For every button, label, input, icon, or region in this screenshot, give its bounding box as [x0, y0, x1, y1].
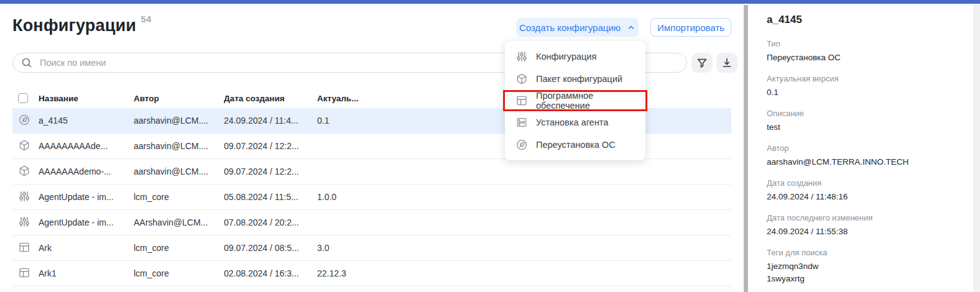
details-field-label: Тип: [767, 39, 966, 48]
page-title: Конфигурации54: [12, 16, 151, 35]
row-version-cell: 0.1: [317, 116, 373, 125]
row-created-cell: 09.07.2024 / 08:5...: [224, 243, 317, 253]
row-type-cell: [12, 241, 39, 255]
menu-item-software[interactable]: Программное обеспечение: [503, 90, 647, 111]
sliders-icon: [18, 190, 30, 203]
details-field-label: Теги для поиска: [767, 248, 966, 257]
details-field-value: 24.09.2024 / 11:48:16: [767, 191, 966, 204]
table-row[interactable]: AAAAAAAdemo-...aarshavin@LCM....09.07.20…: [12, 159, 731, 185]
create-configuration-label: Создать конфигурацию: [519, 22, 621, 33]
row-author-cell: aarshavin@LCM....: [134, 141, 224, 151]
import-label: Импортировать: [657, 22, 724, 33]
table-row[interactable]: Ark1lcm_core02.08.2024 / 16:3...22.12.3: [12, 261, 731, 286]
row-author-cell: aarshavin@LCM....: [134, 167, 224, 176]
column-header-name[interactable]: Название: [39, 94, 134, 103]
row-author-cell: aarshavin@LCM....: [134, 116, 224, 125]
details-field: Описаниеtest: [767, 109, 966, 134]
row-created-cell: 24.09.2024 / 11:4...: [224, 116, 317, 125]
software-icon: [18, 241, 30, 253]
search-icon: [21, 57, 33, 69]
column-header-author[interactable]: Автор: [134, 94, 224, 103]
filter-button[interactable]: [691, 53, 713, 73]
details-field: Дата создания24.09.2024 / 11:48:16: [767, 178, 966, 204]
select-all-cell: [12, 93, 39, 103]
details-field-label: Автор: [767, 144, 966, 153]
row-created-cell: 07.08.2024 / 20:2...: [224, 217, 317, 227]
software-icon: [515, 94, 528, 107]
row-created-cell: 02.08.2024 / 16:3...: [224, 268, 317, 278]
details-field: Авторaarshavin@LCM.TERRA.INNO.TECH: [767, 144, 966, 169]
details-field: ТипПереустановка ОС: [767, 39, 966, 65]
row-type-cell: [12, 165, 39, 179]
top-accent-bar: [0, 0, 980, 4]
package-icon: [18, 139, 30, 152]
row-name-cell: Ark: [39, 243, 134, 253]
chevron-up-icon: [627, 23, 636, 32]
row-name-cell: AAAAAAAAAde...: [39, 141, 134, 151]
page-scrollbar[interactable]: [973, 4, 980, 292]
menu-item-label: Программное обеспечение: [536, 91, 635, 111]
column-header-created[interactable]: Дата создания: [224, 94, 317, 103]
os-reinstall-icon: [18, 114, 30, 126]
row-type-cell: [12, 139, 39, 153]
row-author-cell: lcm_core: [134, 268, 224, 278]
row-type-cell: [12, 114, 39, 128]
create-configuration-menu: КонфигурацияПакет конфигурацийПрограммно…: [505, 41, 645, 160]
menu-item-label: Пакет конфигураций: [536, 74, 622, 84]
details-field: Дата последнего изменения24.09.2024 / 11…: [767, 213, 966, 239]
row-version-cell: 22.12.3: [317, 268, 373, 278]
sliders-icon: [18, 216, 30, 228]
row-author-cell: lcm_core: [134, 243, 224, 253]
details-title: a_4145: [767, 14, 966, 26]
os-reinstall-icon: [515, 139, 528, 151]
page-title-text: Конфигурации: [12, 16, 136, 35]
details-panel: a_4145 ТипПереустановка ОСАктуальная вер…: [767, 14, 966, 292]
menu-item-package[interactable]: Пакет конфигураций: [505, 68, 645, 90]
row-type-cell: [12, 190, 39, 204]
row-name-cell: AgentUpdate - im...: [39, 217, 134, 227]
row-name-cell: AgentUpdate - im...: [39, 192, 134, 202]
import-button[interactable]: Импортировать: [650, 18, 731, 37]
row-author-cell: lcm_core: [134, 192, 224, 202]
row-created-cell: 09.07.2024 / 12:2...: [224, 141, 317, 151]
row-type-cell: [12, 267, 39, 281]
details-field-label: Актуальная версия: [767, 74, 966, 83]
create-configuration-button[interactable]: Создать конфигурацию: [516, 18, 639, 37]
filter-icon: [696, 57, 708, 69]
details-field-label: Описание: [767, 109, 966, 118]
details-field-value: test: [767, 121, 966, 134]
row-created-cell: 09.07.2024 / 12:2...: [224, 167, 317, 176]
row-name-cell: AAAAAAAdemo-...: [39, 167, 134, 176]
software-icon: [18, 267, 30, 279]
panel-resizer[interactable]: [744, 5, 748, 292]
table-row[interactable]: AgentUpdate - im...lcm_core05.08.2024 / …: [12, 185, 731, 210]
row-author-cell: AArshavin@LCM...: [134, 217, 224, 227]
menu-item-sliders[interactable]: Конфигурация: [505, 45, 645, 68]
details-field-value: aarshavin@LCM.TERRA.INNO.TECH: [767, 156, 966, 169]
sliders-icon: [515, 50, 528, 63]
details-field-label: Дата последнего изменения: [767, 213, 966, 222]
column-header-version[interactable]: Актуаль...: [317, 94, 373, 103]
row-version-cell: 1.0.0: [317, 192, 373, 202]
menu-item-label: Переустановка ОС: [536, 140, 616, 150]
agent-icon: [515, 116, 528, 129]
menu-item-agent[interactable]: Установка агента: [505, 111, 645, 134]
package-icon: [18, 165, 30, 177]
select-all-checkbox[interactable]: [18, 93, 28, 103]
details-fields: ТипПереустановка ОСАктуальная версия0.1О…: [767, 39, 966, 286]
table-row[interactable]: Arklcm_core09.07.2024 / 08:5...3.0: [12, 235, 731, 261]
menu-item-os-reinstall[interactable]: Переустановка ОС: [505, 134, 645, 156]
details-field-label: Дата создания: [767, 178, 966, 188]
menu-item-label: Установка агента: [536, 117, 608, 127]
row-name-cell: Ark1: [39, 268, 134, 278]
row-created-cell: 05.08.2024 / 11:5...: [224, 192, 317, 202]
table-row[interactable]: Ark2lcm_core02.08.2024 / 14:1...22.12.3: [12, 286, 731, 292]
table-row[interactable]: AgentUpdate - im...AArshavin@LCM...07.08…: [12, 210, 731, 235]
items-count-badge: 54: [141, 14, 151, 24]
details-field-value: Переустановка ОС: [767, 52, 966, 65]
row-type-cell: [12, 216, 39, 230]
details-field: Теги для поиска1jezmqn3ndw1swyaxrtg: [767, 248, 966, 286]
download-button[interactable]: [716, 53, 737, 73]
details-field-value: 1jezmqn3ndw: [767, 260, 966, 273]
details-field-value: 0.1: [767, 86, 966, 99]
